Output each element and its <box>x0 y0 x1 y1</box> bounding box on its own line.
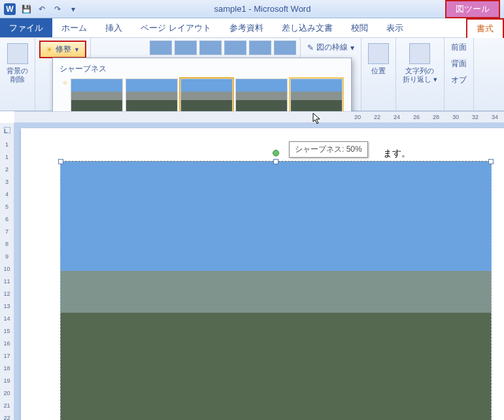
send-back-button[interactable]: 背面 <box>448 57 469 71</box>
word-icon: W <box>4 3 16 15</box>
window-title: sample1 - Microsoft Word <box>80 4 445 14</box>
qat-more-icon[interactable]: ▾ <box>67 3 80 16</box>
tooltip: シャープネス: 50% <box>289 141 368 158</box>
cursor-icon <box>312 113 322 124</box>
corrections-button[interactable]: ☀ 修整 ▼ <box>39 41 86 58</box>
selection-pane-button[interactable]: オブ <box>448 73 469 87</box>
tab-page-layout[interactable]: ページ レイアウト <box>131 18 220 37</box>
undo-icon[interactable]: ↶ <box>35 3 48 16</box>
position-icon <box>368 43 389 64</box>
wrap-icon <box>409 43 430 64</box>
remove-bg-icon <box>7 43 28 64</box>
style-thumb[interactable] <box>175 41 197 55</box>
document-area: ます。 <box>14 123 504 420</box>
bring-front-button[interactable]: 前面 <box>448 41 469 54</box>
sun-icon: ☀ <box>46 45 53 54</box>
resize-handle[interactable] <box>273 159 278 164</box>
chevron-down-icon: ▼ <box>74 46 80 53</box>
picture-tools-tab[interactable]: 図ツール <box>445 0 500 18</box>
sun-icon: ☼ <box>58 79 68 115</box>
remove-background-button[interactable]: 背景の削除 <box>4 41 31 86</box>
resize-handle[interactable] <box>488 159 494 164</box>
style-thumb[interactable] <box>150 41 172 55</box>
resize-handle[interactable] <box>58 159 63 164</box>
ruler-vertical: L 112345678910111213141516171819202122 <box>0 123 14 420</box>
selected-picture[interactable] <box>60 161 492 420</box>
style-thumb[interactable] <box>199 41 222 55</box>
ruler-corner: L <box>4 127 10 133</box>
redo-icon[interactable]: ↷ <box>51 3 64 16</box>
tab-insert[interactable]: 挿入 <box>96 18 131 37</box>
document-text: ます。 <box>383 148 411 160</box>
tab-file[interactable]: ファイル <box>0 18 52 37</box>
corrections-label: 修整 <box>56 44 71 55</box>
rotate-handle[interactable] <box>273 150 279 156</box>
picture-border-button[interactable]: ✎ 図の枠線 ▾ <box>305 41 357 54</box>
page: ます。 <box>21 128 504 420</box>
position-button[interactable]: 位置 <box>365 41 392 78</box>
sharpness-thumb[interactable] <box>180 79 233 115</box>
style-thumb[interactable] <box>249 41 271 55</box>
tab-review[interactable]: 校閲 <box>342 18 377 37</box>
sharpness-thumb[interactable] <box>290 79 343 115</box>
tab-references[interactable]: 参考資料 <box>220 18 273 37</box>
style-thumb[interactable] <box>274 41 296 55</box>
tab-view[interactable]: 表示 <box>377 18 412 37</box>
wrap-text-button[interactable]: 文字列の折り返し ▾ <box>400 41 440 86</box>
gallery-header-sharpness: シャープネス <box>56 61 348 79</box>
tab-mailings[interactable]: 差し込み文書 <box>273 18 342 37</box>
tab-format[interactable]: 書式 <box>466 18 504 38</box>
ruler-horizontal: 202224262830323436 <box>14 111 504 123</box>
save-icon[interactable]: 💾 <box>20 3 33 16</box>
sharpness-thumb[interactable] <box>126 79 178 115</box>
sharpness-thumb[interactable] <box>235 79 288 115</box>
sharpness-thumb[interactable] <box>71 79 123 115</box>
tab-home[interactable]: ホーム <box>52 18 96 37</box>
style-thumb[interactable] <box>224 41 246 55</box>
